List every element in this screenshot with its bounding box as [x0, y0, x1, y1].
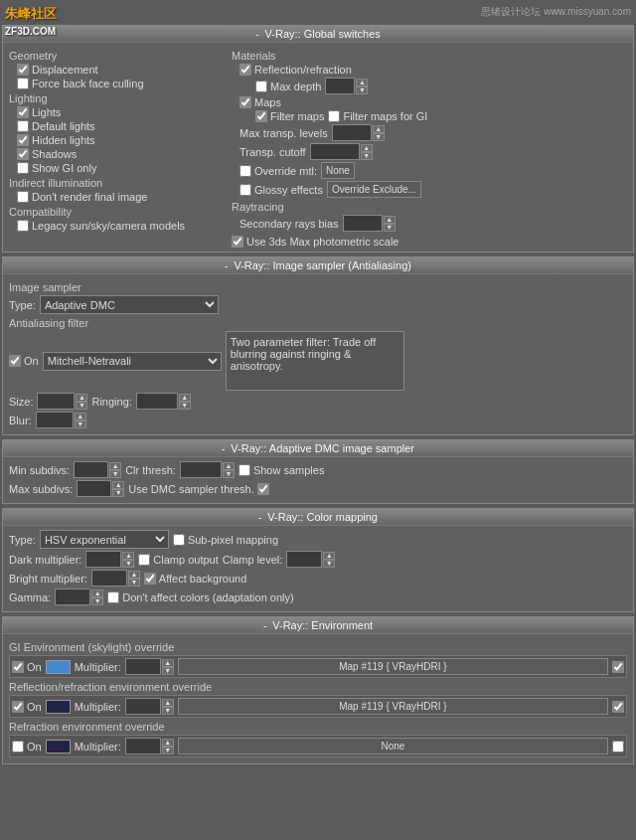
refl-map-btn[interactable]: Map #119 { VRayHDRI } — [178, 698, 608, 715]
refl-on-check[interactable]: On — [12, 701, 42, 713]
refl-color-swatch[interactable] — [46, 700, 71, 714]
transp-cutoff-spinner[interactable]: 0,001 ▲ ▼ — [310, 143, 373, 160]
secondary-rays-up[interactable]: ▲ — [384, 216, 396, 224]
sub-pixel-check[interactable]: Sub-pixel mapping — [173, 534, 278, 546]
is-type-select[interactable]: Adaptive DMC — [40, 295, 219, 314]
show-samples-check[interactable]: Show samples — [238, 464, 325, 476]
lights-check[interactable]: Lights — [17, 106, 61, 118]
default-lights-checkbox[interactable] — [17, 120, 29, 132]
gi-on-checkbox[interactable] — [12, 661, 24, 673]
clamp-level-down[interactable]: ▼ — [323, 560, 335, 568]
dark-mult-up[interactable]: ▲ — [122, 552, 134, 560]
filter-maps-gi-check[interactable]: Filter maps for GI — [328, 110, 427, 122]
is-collapse-btn[interactable]: - — [225, 260, 228, 271]
bright-mult-down[interactable]: ▼ — [128, 579, 140, 587]
gi-mult-up[interactable]: ▲ — [162, 659, 174, 667]
clr-thresh-down[interactable]: ▼ — [223, 470, 235, 478]
bright-mult-spinner[interactable]: 2,0 ▲ ▼ — [91, 570, 140, 587]
clr-thresh-up[interactable]: ▲ — [223, 462, 235, 470]
max-depth-checkbox[interactable] — [255, 81, 267, 92]
override-mtl-check[interactable]: Override mtl: — [239, 165, 317, 177]
dont-render-checkbox[interactable] — [17, 191, 29, 203]
gi-mult-spinner[interactable]: 1,0 ▲ ▼ — [125, 658, 174, 675]
clr-thresh-input[interactable]: 0,01 — [180, 461, 222, 478]
refl-map-checkbox[interactable] — [612, 701, 624, 713]
max-subdivs-spinner[interactable]: 4 ▲ ▼ — [77, 480, 124, 497]
aa-blur-up[interactable]: ▲ — [75, 413, 86, 420]
bright-mult-up[interactable]: ▲ — [128, 571, 140, 579]
aa-blur-spinner[interactable]: 0,333 ▲ ▼ — [36, 412, 86, 428]
refr-mult-down[interactable]: ▼ — [162, 747, 174, 755]
clamp-output-checkbox[interactable] — [138, 554, 150, 566]
gi-mult-input[interactable]: 1,0 — [125, 658, 161, 675]
aa-blur-down[interactable]: ▼ — [75, 420, 86, 428]
transp-cutoff-up[interactable]: ▲ — [361, 144, 373, 152]
clr-thresh-spinner[interactable]: 0,01 ▲ ▼ — [180, 461, 235, 478]
transp-cutoff-down[interactable]: ▼ — [361, 152, 373, 160]
refl-mult-spinner[interactable]: 1,0 ▲ ▼ — [125, 698, 174, 715]
refl-on-checkbox[interactable] — [12, 701, 24, 713]
sub-pixel-checkbox[interactable] — [173, 534, 185, 546]
glossy-checkbox[interactable] — [239, 184, 251, 196]
use-dmc-check[interactable]: Use DMC sampler thresh. — [128, 483, 269, 495]
use-3ds-checkbox[interactable] — [232, 236, 243, 248]
dark-mult-input[interactable]: 1,0 — [85, 551, 121, 568]
override-mtl-btn[interactable]: None — [321, 162, 355, 179]
cm-collapse-btn[interactable]: - — [258, 512, 261, 523]
max-transp-down[interactable]: ▼ — [373, 133, 385, 141]
filter-maps-check[interactable]: Filter maps — [255, 110, 324, 122]
refr-mult-spinner[interactable]: 1,0 ▲ ▼ — [125, 738, 174, 755]
secondary-rays-down[interactable]: ▼ — [384, 224, 396, 232]
dont-render-check[interactable]: Don't render final image — [17, 191, 147, 203]
maps-check[interactable]: Maps — [239, 96, 281, 108]
max-subdivs-input[interactable]: 4 — [77, 480, 111, 497]
affect-bg-check[interactable]: Affect background — [144, 573, 246, 585]
hidden-lights-checkbox[interactable] — [17, 134, 29, 146]
aa-ringing-spinner[interactable]: 0,333 ▲ ▼ — [136, 393, 191, 410]
filter-maps-checkbox[interactable] — [255, 110, 267, 122]
dark-mult-down[interactable]: ▼ — [122, 560, 134, 568]
cm-type-select[interactable]: HSV exponential — [40, 530, 169, 549]
clamp-output-check[interactable]: Clamp output — [138, 554, 218, 566]
refl-mult-up[interactable]: ▲ — [162, 699, 174, 707]
aa-size-spinner[interactable]: 4,0 ▲ ▼ — [37, 393, 87, 410]
max-transp-spinner[interactable]: 50 ▲ ▼ — [332, 124, 385, 141]
max-depth-input[interactable]: 2 — [325, 78, 355, 94]
gamma-input[interactable]: 1,2 — [55, 588, 90, 605]
glossy-check[interactable]: Glossy effects — [239, 184, 323, 196]
transp-cutoff-input[interactable]: 0,001 — [310, 143, 360, 160]
gi-map-btn[interactable]: Map #119 { VRayHDRI } — [178, 658, 608, 675]
show-gi-check[interactable]: Show GI only — [17, 162, 96, 174]
max-subdivs-down[interactable]: ▼ — [112, 489, 124, 497]
maps-checkbox[interactable] — [239, 96, 251, 108]
min-subdivs-input[interactable]: 1 — [74, 461, 108, 478]
env-collapse-btn[interactable]: - — [263, 620, 266, 631]
dark-mult-spinner[interactable]: 1,0 ▲ ▼ — [85, 551, 134, 568]
dont-affect-checkbox[interactable] — [107, 591, 119, 603]
lights-checkbox[interactable] — [17, 106, 29, 118]
max-transp-up[interactable]: ▲ — [373, 125, 385, 133]
bright-mult-input[interactable]: 2,0 — [91, 570, 127, 587]
affect-bg-checkbox[interactable] — [144, 573, 156, 585]
secondary-rays-spinner[interactable]: 0,0 ▲ ▼ — [343, 215, 396, 232]
aa-ringing-input[interactable]: 0,333 — [136, 393, 178, 410]
gamma-spinner[interactable]: 1,2 ▲ ▼ — [55, 588, 103, 605]
shadows-checkbox[interactable] — [17, 148, 29, 160]
min-subdivs-down[interactable]: ▼ — [109, 470, 121, 478]
show-samples-checkbox[interactable] — [238, 464, 250, 476]
gi-on-check[interactable]: On — [12, 661, 42, 673]
refr-mult-input[interactable]: 1,0 — [125, 738, 161, 755]
aa-on-check[interactable]: On — [9, 355, 39, 367]
aa-ringing-up[interactable]: ▲ — [179, 394, 191, 402]
min-subdivs-up[interactable]: ▲ — [109, 462, 121, 470]
refr-on-check[interactable]: On — [12, 741, 42, 753]
gamma-up[interactable]: ▲ — [91, 589, 103, 597]
clamp-level-input[interactable]: 1,0 — [286, 551, 322, 568]
dmc-collapse-btn[interactable]: - — [222, 443, 225, 454]
refr-color-swatch[interactable] — [46, 740, 71, 754]
aa-filter-select[interactable]: Mitchell-Netravali — [43, 352, 222, 371]
reflection-check[interactable]: Reflection/refraction — [239, 64, 352, 76]
collapse-btn[interactable]: - — [255, 29, 258, 40]
dont-affect-check[interactable]: Don't affect colors (adaptation only) — [107, 591, 294, 603]
refl-mult-down[interactable]: ▼ — [162, 707, 174, 715]
